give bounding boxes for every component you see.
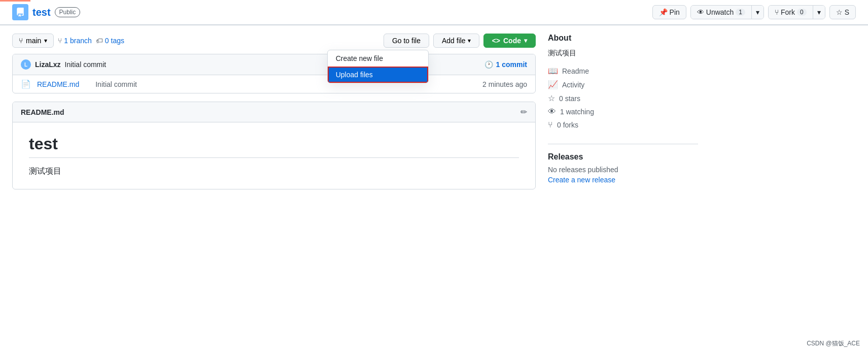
- releases-section: Releases No releases published Create a …: [548, 152, 698, 184]
- branch-count-link[interactable]: 1 branch: [64, 37, 92, 45]
- file-table-header: L LizaLxz Initial commit 🕐 1 commit: [13, 54, 535, 75]
- add-file-chevron-icon: ▾: [468, 37, 471, 44]
- unwatch-count: 1: [736, 9, 745, 16]
- toolbar-right: Go to file Add file ▾ Create new file Up…: [384, 34, 536, 48]
- add-file-button[interactable]: Add file ▾: [433, 34, 479, 48]
- fork-dropdown-button[interactable]: ▾: [813, 6, 825, 19]
- activity-icon: 📈: [548, 80, 558, 89]
- branch-icon-sm: ⑂: [58, 37, 62, 45]
- repo-icon: [12, 4, 28, 20]
- readme-body: test 测试项目: [13, 122, 535, 189]
- releases-none-label: No releases published: [548, 166, 698, 174]
- add-file-wrapper: Add file ▾ Create new file Upload files: [433, 34, 479, 48]
- readme-h1: test: [29, 135, 519, 158]
- unwatch-dropdown-button[interactable]: ▾: [752, 6, 763, 19]
- commit-count-link[interactable]: 1 commit: [496, 60, 527, 69]
- tag-icon: 🏷: [96, 37, 103, 45]
- repo-name[interactable]: test: [32, 7, 51, 18]
- file-time: 2 minutes ago: [482, 80, 527, 88]
- fork-button-group: ⑂ Fork 0 ▾: [768, 5, 825, 19]
- stars-link[interactable]: ☆ 0 stars: [548, 91, 698, 105]
- repo-toolbar: ⑂ main ▾ ⑂ 1 branch 🏷 0 tags Go to file: [12, 34, 536, 48]
- tag-count-link[interactable]: 0 tags: [105, 37, 124, 45]
- fork-icon: ⑂: [775, 8, 779, 16]
- code-button[interactable]: <> Code ▾: [483, 34, 536, 48]
- public-badge: Public: [55, 7, 81, 17]
- about-title: About: [548, 34, 698, 43]
- star-icon: ☆: [836, 8, 843, 16]
- chevron-down-icon: ▾: [44, 37, 47, 44]
- readme-desc: 测试项目: [29, 166, 519, 177]
- branch-count-info: ⑂ 1 branch: [58, 37, 92, 45]
- clock-icon: 🕐: [484, 60, 493, 69]
- activity-link[interactable]: 📈 Activity: [548, 78, 698, 91]
- book-icon: 📖: [548, 66, 558, 76]
- fork-sm-icon: ⑂: [548, 120, 553, 130]
- tag-count-info: 🏷 0 tags: [96, 37, 124, 45]
- readme-title: README.md: [21, 108, 64, 116]
- add-file-dropdown: Create new file Upload files: [327, 50, 429, 83]
- unwatch-button[interactable]: 👁 Unwatch 1: [691, 6, 752, 19]
- eye-icon: 👁: [697, 8, 704, 16]
- commit-count: 🕐 1 commit: [484, 60, 527, 69]
- upload-files-item[interactable]: Upload files: [328, 67, 428, 83]
- file-icon: 📄: [21, 79, 31, 89]
- readme-edit-button[interactable]: ✏: [520, 107, 527, 117]
- sidebar-divider: [548, 144, 698, 144]
- pin-button[interactable]: 📌 Pin: [652, 5, 686, 19]
- top-bar: test Public 📌 Pin 👁 Unwatch 1 ▾ ⑂ Fork 0…: [0, 0, 868, 25]
- sidebar: About 测试项目 📖 Readme 📈 Activity ☆ 0 stars…: [548, 34, 698, 189]
- go-to-file-button[interactable]: Go to file: [384, 34, 429, 48]
- readme-link[interactable]: 📖 Readme: [548, 64, 698, 78]
- pin-icon: 📌: [659, 8, 668, 16]
- file-table: L LizaLxz Initial commit 🕐 1 commit 📄 RE…: [12, 54, 536, 93]
- create-new-file-item[interactable]: Create new file: [328, 50, 428, 67]
- about-desc: 测试项目: [548, 49, 698, 58]
- progress-bar: [0, 0, 30, 2]
- fork-count: 0: [797, 9, 807, 16]
- commit-author[interactable]: LizaLxz: [35, 60, 61, 69]
- readme-section: README.md ✏ test 测试项目: [12, 102, 536, 189]
- star-sm-icon: ☆: [548, 93, 555, 103]
- forks-link[interactable]: ⑂ 0 forks: [548, 118, 698, 132]
- watching-link[interactable]: 👁 1 watching: [548, 105, 698, 118]
- author-avatar: L: [21, 59, 31, 70]
- branch-selector-button[interactable]: ⑂ main ▾: [12, 34, 54, 48]
- repo-main: ⑂ main ▾ ⑂ 1 branch 🏷 0 tags Go to file: [12, 34, 536, 189]
- releases-title: Releases: [548, 152, 698, 162]
- code-chevron-icon: ▾: [524, 37, 527, 44]
- file-name-link[interactable]: README.md: [37, 80, 79, 88]
- readme-header: README.md ✏: [13, 102, 535, 122]
- branch-icon: ⑂: [19, 37, 23, 45]
- star-button[interactable]: ☆ S: [829, 5, 856, 19]
- create-release-link[interactable]: Create a new release: [548, 176, 615, 184]
- code-icon: <>: [492, 37, 500, 45]
- table-row: 📄 README.md Initial commit 2 minutes ago: [13, 75, 535, 93]
- top-bar-actions: 📌 Pin 👁 Unwatch 1 ▾ ⑂ Fork 0 ▾ ☆ S: [652, 5, 856, 19]
- main-content: ⑂ main ▾ ⑂ 1 branch 🏷 0 tags Go to file: [0, 25, 710, 198]
- eye-sm-icon: 👁: [548, 107, 556, 116]
- commit-message: Initial commit: [65, 60, 107, 69]
- fork-button[interactable]: ⑂ Fork 0: [769, 6, 813, 19]
- unwatch-button-group: 👁 Unwatch 1 ▾: [690, 5, 764, 19]
- about-section: About 测试项目 📖 Readme 📈 Activity ☆ 0 stars…: [548, 34, 698, 132]
